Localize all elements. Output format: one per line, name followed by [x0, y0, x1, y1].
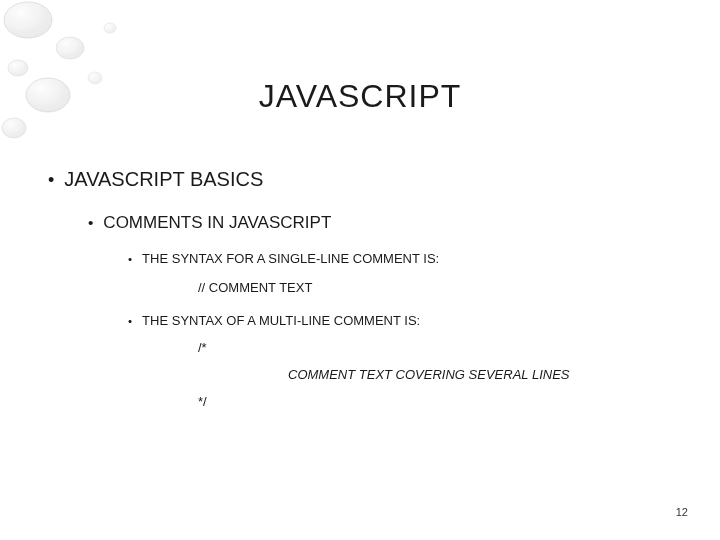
page-number: 12 — [676, 506, 688, 518]
svg-point-6 — [104, 23, 116, 33]
list-item: • THE SYNTAX OF A MULTI-LINE COMMENT IS:… — [128, 313, 672, 414]
slide-content: • JAVASCRIPT BASICS • COMMENTS IN JAVASC… — [48, 168, 672, 432]
code-multi-open: /* — [198, 336, 672, 361]
bullet-text-l1: JAVASCRIPT BASICS — [64, 168, 263, 191]
code-single-line: // COMMENT TEXT — [198, 276, 672, 299]
list-item: • THE SYNTAX FOR A SINGLE-LINE COMMENT I… — [128, 251, 672, 299]
code-multi-body: COMMENT TEXT COVERING SEVERAL LINES — [288, 361, 672, 390]
svg-point-5 — [2, 118, 26, 138]
list-item: • JAVASCRIPT BASICS • COMMENTS IN JAVASC… — [48, 168, 672, 414]
bullet-text-l2: COMMENTS IN JAVASCRIPT — [103, 213, 331, 233]
bullet-icon: • — [88, 215, 93, 230]
svg-point-0 — [4, 2, 52, 38]
bullet-icon: • — [128, 315, 132, 327]
code-multi-close: */ — [198, 390, 672, 415]
svg-point-2 — [8, 60, 28, 76]
slide-title: JAVASCRIPT — [0, 78, 720, 115]
code-multi-line: /* COMMENT TEXT COVERING SEVERAL LINES *… — [198, 336, 672, 414]
bullet-text-l3: THE SYNTAX OF A MULTI-LINE COMMENT IS: — [142, 313, 420, 328]
bullet-text-l3: THE SYNTAX FOR A SINGLE-LINE COMMENT IS: — [142, 251, 439, 266]
bullet-icon: • — [48, 171, 54, 189]
bullet-icon: • — [128, 253, 132, 265]
svg-point-1 — [56, 37, 84, 59]
list-item: • COMMENTS IN JAVASCRIPT • THE SYNTAX FO… — [88, 213, 672, 414]
